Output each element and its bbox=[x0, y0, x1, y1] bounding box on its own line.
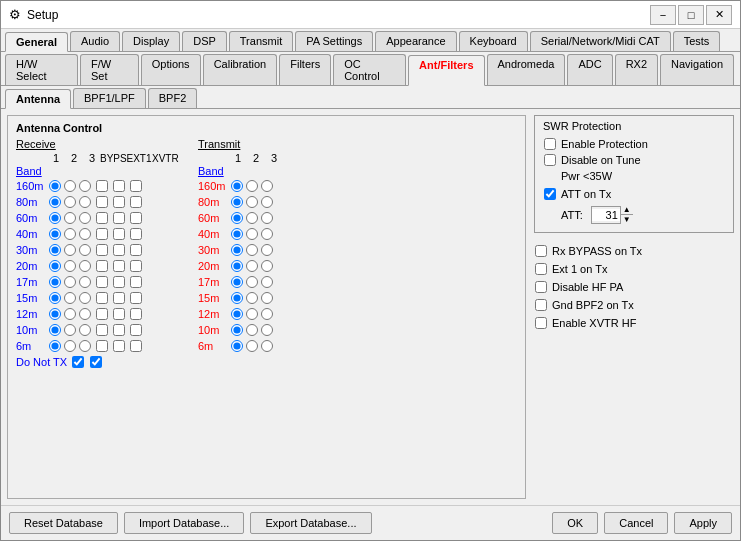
rx-17m-byps[interactable] bbox=[96, 276, 108, 288]
sub-tab-ant-filters[interactable]: Ant/Filters bbox=[408, 55, 484, 86]
inner-tab-bpf2[interactable]: BPF2 bbox=[148, 88, 198, 108]
tx-30m-r2[interactable] bbox=[246, 244, 258, 256]
rx-160m-r2[interactable] bbox=[64, 180, 76, 192]
sub-tab-andromeda[interactable]: Andromeda bbox=[487, 54, 566, 85]
disable-on-tune-checkbox[interactable] bbox=[544, 154, 556, 166]
rx-30m-byps[interactable] bbox=[96, 244, 108, 256]
tx-60m-r2[interactable] bbox=[246, 212, 258, 224]
att-down-button[interactable]: ▼ bbox=[621, 215, 633, 224]
inner-tab-antenna[interactable]: Antenna bbox=[5, 89, 71, 109]
rx-10m-r2[interactable] bbox=[64, 324, 76, 336]
tx-40m-r2[interactable] bbox=[246, 228, 258, 240]
rx-40m-ext1[interactable] bbox=[113, 228, 125, 240]
rx-80m-xvtr[interactable] bbox=[130, 196, 142, 208]
rx-10m-ext1[interactable] bbox=[113, 324, 125, 336]
rx-80m-r1[interactable] bbox=[49, 196, 61, 208]
tab-transmit[interactable]: Transmit bbox=[229, 31, 293, 51]
minimize-button[interactable]: − bbox=[650, 5, 676, 25]
rx-60m-r3[interactable] bbox=[79, 212, 91, 224]
rx-12m-r2[interactable] bbox=[64, 308, 76, 320]
tx-40m-r1[interactable] bbox=[231, 228, 243, 240]
maximize-button[interactable]: □ bbox=[678, 5, 704, 25]
rx-160m-r3[interactable] bbox=[79, 180, 91, 192]
sub-tab-calibration[interactable]: Calibration bbox=[203, 54, 278, 85]
tx-80m-r1[interactable] bbox=[231, 196, 243, 208]
tx-20m-r1[interactable] bbox=[231, 260, 243, 272]
rx-17m-r2[interactable] bbox=[64, 276, 76, 288]
tab-dsp[interactable]: DSP bbox=[182, 31, 227, 51]
rx-20m-xvtr[interactable] bbox=[130, 260, 142, 272]
rx-60m-r2[interactable] bbox=[64, 212, 76, 224]
rx-17m-ext1[interactable] bbox=[113, 276, 125, 288]
tx-10m-r3[interactable] bbox=[261, 324, 273, 336]
rx-17m-r1[interactable] bbox=[49, 276, 61, 288]
rx-15m-r2[interactable] bbox=[64, 292, 76, 304]
rx-20m-ext1[interactable] bbox=[113, 260, 125, 272]
rx-12m-ext1[interactable] bbox=[113, 308, 125, 320]
tx-40m-r3[interactable] bbox=[261, 228, 273, 240]
sub-tab-navigation[interactable]: Navigation bbox=[660, 54, 734, 85]
tab-display[interactable]: Display bbox=[122, 31, 180, 51]
rx-6m-xvtr[interactable] bbox=[130, 340, 142, 352]
disable-hf-pa-checkbox[interactable] bbox=[535, 281, 547, 293]
rx-15m-ext1[interactable] bbox=[113, 292, 125, 304]
rx-60m-r1[interactable] bbox=[49, 212, 61, 224]
att-up-button[interactable]: ▲ bbox=[621, 206, 633, 215]
tx-15m-r3[interactable] bbox=[261, 292, 273, 304]
rx-20m-r2[interactable] bbox=[64, 260, 76, 272]
do-not-tx-chk2[interactable] bbox=[90, 356, 102, 368]
tx-60m-r1[interactable] bbox=[231, 212, 243, 224]
rx-12m-r1[interactable] bbox=[49, 308, 61, 320]
tx-60m-r3[interactable] bbox=[261, 212, 273, 224]
sub-tab-oc-control[interactable]: OC Control bbox=[333, 54, 406, 85]
rx-6m-r1[interactable] bbox=[49, 340, 61, 352]
rx-bypass-checkbox[interactable] bbox=[535, 245, 547, 257]
tx-12m-r3[interactable] bbox=[261, 308, 273, 320]
sub-tab-filters[interactable]: Filters bbox=[279, 54, 331, 85]
rx-30m-ext1[interactable] bbox=[113, 244, 125, 256]
tx-160m-r1[interactable] bbox=[231, 180, 243, 192]
tx-15m-r2[interactable] bbox=[246, 292, 258, 304]
sub-tab-rx2[interactable]: RX2 bbox=[615, 54, 658, 85]
tx-10m-r1[interactable] bbox=[231, 324, 243, 336]
tx-80m-r3[interactable] bbox=[261, 196, 273, 208]
enable-protection-checkbox[interactable] bbox=[544, 138, 556, 150]
rx-40m-r1[interactable] bbox=[49, 228, 61, 240]
rx-20m-r3[interactable] bbox=[79, 260, 91, 272]
tx-30m-r3[interactable] bbox=[261, 244, 273, 256]
ext1-on-tx-checkbox[interactable] bbox=[535, 263, 547, 275]
enable-xvtr-checkbox[interactable] bbox=[535, 317, 547, 329]
rx-17m-xvtr[interactable] bbox=[130, 276, 142, 288]
rx-30m-r1[interactable] bbox=[49, 244, 61, 256]
rx-12m-byps[interactable] bbox=[96, 308, 108, 320]
rx-12m-xvtr[interactable] bbox=[130, 308, 142, 320]
sub-tab-options[interactable]: Options bbox=[141, 54, 201, 85]
rx-20m-byps[interactable] bbox=[96, 260, 108, 272]
tx-6m-r1[interactable] bbox=[231, 340, 243, 352]
sub-tab-fw-set[interactable]: F/W Set bbox=[80, 54, 139, 85]
rx-60m-xvtr[interactable] bbox=[130, 212, 142, 224]
tab-keyboard[interactable]: Keyboard bbox=[459, 31, 528, 51]
rx-40m-r3[interactable] bbox=[79, 228, 91, 240]
tx-160m-r3[interactable] bbox=[261, 180, 273, 192]
rx-15m-xvtr[interactable] bbox=[130, 292, 142, 304]
rx-6m-byps[interactable] bbox=[96, 340, 108, 352]
tab-appearance[interactable]: Appearance bbox=[375, 31, 456, 51]
tx-10m-r2[interactable] bbox=[246, 324, 258, 336]
tab-pa-settings[interactable]: PA Settings bbox=[295, 31, 373, 51]
rx-160m-ext1[interactable] bbox=[113, 180, 125, 192]
rx-60m-ext1[interactable] bbox=[113, 212, 125, 224]
inner-tab-bpf1-lpf[interactable]: BPF1/LPF bbox=[73, 88, 146, 108]
tab-general[interactable]: General bbox=[5, 32, 68, 52]
rx-160m-xvtr[interactable] bbox=[130, 180, 142, 192]
tx-20m-r3[interactable] bbox=[261, 260, 273, 272]
tx-12m-r2[interactable] bbox=[246, 308, 258, 320]
do-not-tx-chk1[interactable] bbox=[72, 356, 84, 368]
rx-6m-ext1[interactable] bbox=[113, 340, 125, 352]
sub-tab-hw-select[interactable]: H/W Select bbox=[5, 54, 78, 85]
tx-17m-r2[interactable] bbox=[246, 276, 258, 288]
tx-15m-r1[interactable] bbox=[231, 292, 243, 304]
sub-tab-adc[interactable]: ADC bbox=[567, 54, 612, 85]
rx-40m-r2[interactable] bbox=[64, 228, 76, 240]
rx-80m-r2[interactable] bbox=[64, 196, 76, 208]
